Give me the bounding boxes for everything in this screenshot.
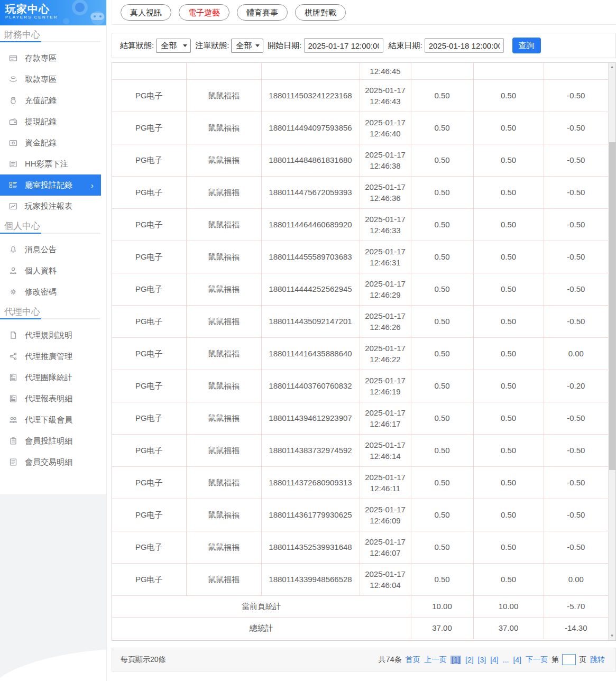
players-center-page: 玩家中心 PLAYERS CENTER 財務中心存款專區取款專區充值記錄提現記錄… (0, 0, 616, 681)
sidebar-item[interactable]: 提現記錄 (0, 111, 101, 132)
cell-bet-id: 1880114503241223168 (261, 79, 360, 112)
jump-link[interactable]: 跳转 (590, 655, 605, 665)
cell-time: 2025-01-1712:46:29 (360, 273, 411, 305)
cell-game (186, 63, 261, 79)
sidebar-item-label: 存款專區 (25, 53, 57, 63)
cell-bet-id: 1880114339948566528 (261, 563, 360, 595)
end-date-input[interactable] (425, 38, 504, 53)
vertical-scrollbar[interactable]: ▲ ▼ (608, 63, 615, 640)
prev-page-link[interactable]: 上一页 (424, 655, 446, 665)
page-link[interactable]: [4] (490, 656, 499, 664)
section-title: 個人中心 (0, 217, 106, 229)
sidebar-item[interactable]: 消息公告 (0, 239, 101, 260)
cell-bet-id: 1880114455589703683 (261, 241, 360, 273)
category-tab[interactable]: 棋牌對戰 (295, 4, 346, 21)
cell-bet-id: 1880114464460689920 (261, 208, 360, 241)
cell-bet-id: 1880114403760760832 (261, 370, 360, 402)
category-tab[interactable]: 體育賽事 (237, 4, 288, 21)
cell-valid-amount: 0.50 (473, 112, 544, 144)
page-link-current[interactable]: [1] (450, 656, 461, 664)
order-status-select[interactable]: 全部 (231, 39, 263, 53)
cell-bet-amount: 0.50 (411, 241, 473, 273)
cell-win-loss: -0.20 (544, 370, 608, 402)
sidebar-item[interactable]: 代理下級會員 (0, 409, 101, 430)
cell-win-loss: -0.50 (544, 466, 608, 499)
table-row: PG电子鼠鼠福福18801144555897036832025-01-1712:… (112, 241, 608, 273)
cell-vendor: PG电子 (112, 434, 186, 466)
sidebar-item[interactable]: 代理團隊統計 (0, 367, 101, 388)
sidebar-item-label: 充值記錄 (25, 96, 57, 106)
sidebar-item[interactable]: 會員交易明細 (0, 452, 101, 473)
page-link[interactable]: [3] (478, 656, 486, 664)
jump-suffix-label: 页 (579, 655, 586, 665)
sidebar-item[interactable]: 修改密碼 (0, 281, 101, 302)
caret-down-icon (183, 44, 187, 47)
cell-bet-amount: 0.50 (411, 434, 473, 466)
sidebar-item[interactable]: HH彩票下注 (0, 153, 101, 174)
cell-game: 鼠鼠福福 (186, 370, 261, 402)
sidebar-item-label: 代理下級會員 (25, 415, 72, 425)
cell-vendor: PG电子 (112, 563, 186, 595)
member-bet-detail-icon (9, 437, 17, 445)
summary-valid-amount: 37.00 (473, 617, 544, 639)
scrollbar-thumb[interactable] (609, 142, 615, 470)
cell-bet-id: 1880114416435888640 (261, 337, 360, 370)
cell-vendor: PG电子 (112, 273, 186, 305)
sidebar-item[interactable]: 會員投註明細 (0, 430, 101, 452)
withdraw-icon (9, 75, 17, 84)
page-link[interactable]: [2] (465, 656, 474, 664)
cell-valid-amount: 0.50 (473, 79, 544, 112)
summary-label: 總統計 (112, 617, 411, 639)
cell-valid-amount: 0.50 (473, 337, 544, 370)
pagination-bar: 每頁顯示20條 共74条 首页 上一页 [1][2][3][4]...[4] 下… (112, 648, 616, 671)
summary-label: 當前頁統計 (112, 595, 411, 617)
sidebar-item[interactable]: 資金記錄 (0, 132, 101, 153)
page-link[interactable]: [4] (513, 656, 521, 664)
cell-game: 鼠鼠福福 (186, 79, 261, 112)
sidebar-item[interactable]: 存款專區 (0, 48, 101, 69)
category-tab[interactable]: 電子遊藝 (179, 4, 229, 21)
sidebar-item[interactable]: 取款專區 (0, 69, 101, 90)
cell-vendor: PG电子 (112, 144, 186, 176)
category-tab[interactable]: 真人視訊 (121, 4, 171, 21)
settlement-status-select[interactable]: 全部 (156, 39, 191, 53)
cell-game: 鼠鼠福福 (186, 466, 261, 499)
player-bet-report-icon (9, 202, 17, 210)
recharge-record-icon (9, 96, 17, 105)
table-row: PG电子鼠鼠福福18801144848618316802025-01-1712:… (112, 144, 608, 176)
cell-win-loss: -0.50 (544, 499, 608, 531)
search-button[interactable]: 查詢 (512, 38, 541, 53)
pager-controls: 共74条 首页 上一页 [1][2][3][4]...[4] 下一页 第 页 跳… (377, 654, 607, 665)
agent-team-stats-icon (9, 373, 17, 382)
sidebar-item[interactable]: 充值記錄 (0, 90, 101, 111)
sidebar-item[interactable]: 廳室投註記錄› (0, 174, 101, 196)
agent-promotion-icon (9, 352, 17, 361)
next-page-link[interactable]: 下一页 (526, 655, 548, 665)
sidebar-item-label: 代理推廣管理 (25, 352, 72, 362)
table-row: PG电子鼠鼠福福18801144644606899202025-01-1712:… (112, 208, 608, 241)
agent-sub-members-icon (9, 416, 17, 424)
scroll-down-icon[interactable]: ▼ (609, 632, 615, 640)
scroll-up-icon[interactable]: ▲ (609, 63, 615, 71)
start-date-input[interactable] (304, 38, 383, 53)
summary-bet-amount: 37.00 (411, 617, 473, 639)
lottery-bet-icon (9, 160, 17, 168)
sidebar-item[interactable]: 代理報表明細 (0, 388, 101, 409)
sidebar-item[interactable]: 玩家投注報表 (0, 196, 101, 217)
cell-game: 鼠鼠福福 (186, 144, 261, 176)
cell-game: 鼠鼠福福 (186, 434, 261, 466)
first-page-link[interactable]: 首页 (405, 655, 420, 665)
jump-page-input[interactable] (562, 654, 576, 665)
sidebar-item[interactable]: 代理推廣管理 (0, 346, 101, 367)
sidebar-item-label: 代理報表明細 (25, 394, 72, 404)
cell-vendor: PG电子 (112, 305, 186, 337)
sidebar-item[interactable]: 個人資料 (0, 260, 101, 281)
cell-win-loss: -0.50 (544, 79, 608, 112)
sidebar-item[interactable]: 代理規則說明 (0, 325, 101, 346)
cell-valid-amount: 0.50 (473, 305, 544, 337)
cell-vendor: PG电子 (112, 337, 186, 370)
cell-time: 12:46:45 (360, 63, 411, 79)
cell-game: 鼠鼠福福 (186, 563, 261, 595)
cell-time: 2025-01-1712:46:33 (360, 208, 411, 241)
section-underline (0, 318, 100, 319)
